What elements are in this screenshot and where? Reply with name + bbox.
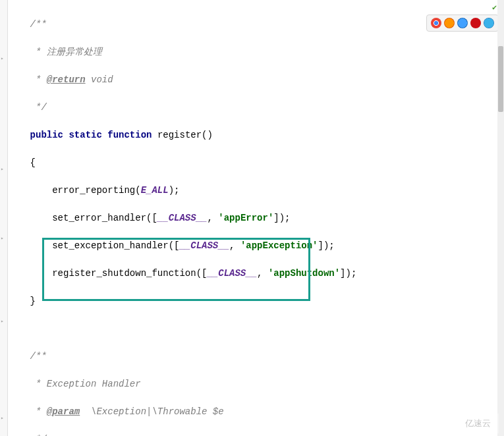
code-line: error_reporting(E_ALL);	[8, 184, 504, 198]
scrollbar-thumb[interactable]	[498, 46, 503, 112]
docblock-line: * @return void	[8, 73, 504, 87]
code-line: register_shutdown_function([__CLASS__, '…	[8, 267, 504, 281]
docblock-line: */	[8, 433, 504, 436]
watermark: 亿速云	[457, 414, 499, 433]
blank-line	[8, 322, 504, 336]
brace-close: }	[8, 294, 504, 308]
editor-gutter: ▸ ▸ ▸ ▸ ▸	[0, 0, 8, 436]
code-line: set_exception_handler([__CLASS__, 'appEx…	[8, 239, 504, 253]
scrollbar-track[interactable]	[497, 0, 504, 436]
fold-marker[interactable]: ▸	[1, 167, 7, 172]
docblock-line: */	[8, 101, 504, 115]
docblock-line: /**	[8, 350, 504, 364]
code-line: set_error_handler([__CLASS__, 'appError'…	[8, 211, 504, 225]
fold-marker[interactable]: ▸	[1, 416, 7, 421]
docblock-line: * 注册异常处理	[8, 45, 504, 59]
brace-open: {	[8, 156, 504, 170]
docblock-line: * @param \Exception|\Throwable $e	[8, 405, 504, 419]
fold-marker[interactable]: ▸	[1, 56, 7, 61]
code-editor[interactable]: /** * 注册异常处理 * @return void */ public st…	[8, 0, 504, 436]
docblock-line: /**	[8, 18, 504, 32]
fold-marker[interactable]: ▸	[1, 236, 7, 241]
function-signature: public static function register()	[8, 128, 504, 142]
fold-marker[interactable]: ▸	[1, 319, 7, 324]
docblock-line: * Exception Handler	[8, 377, 504, 391]
